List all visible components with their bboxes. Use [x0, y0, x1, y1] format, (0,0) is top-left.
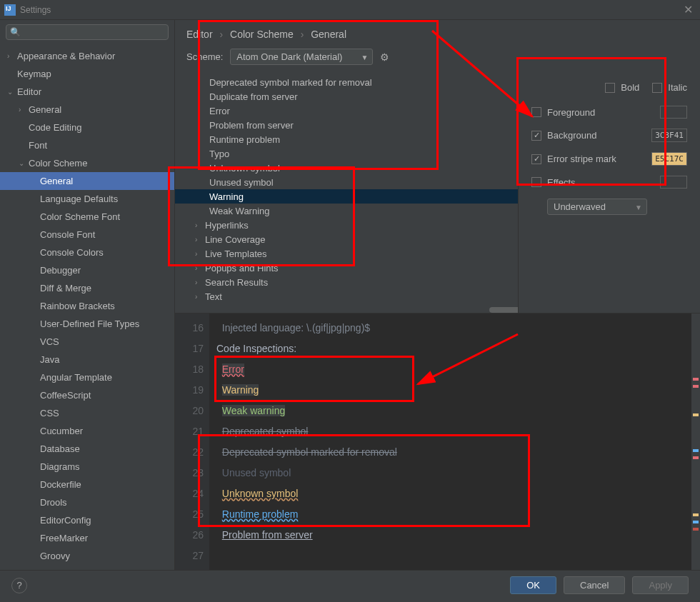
tree-item[interactable]: General — [0, 172, 174, 190]
checkbox-icon — [652, 83, 662, 93]
help-icon[interactable]: ? — [11, 578, 27, 593]
color-hex[interactable]: 3C3F41 — [651, 129, 687, 142]
tree-item[interactable]: FreeMarker — [0, 529, 174, 547]
attribute-item[interactable]: Problem from server — [175, 118, 518, 132]
breadcrumb-item[interactable]: Color Scheme — [230, 29, 294, 40]
search-box: 🔍 — [6, 24, 169, 40]
tree-item[interactable]: Dockerfile — [0, 476, 174, 493]
code-line[interactable]: Injected language: \.(gif|jpg|png)$ — [216, 318, 700, 338]
breadcrumb-item[interactable]: Editor — [186, 29, 213, 40]
scheme-select[interactable]: Atom One Dark (Material) ▼ — [230, 49, 373, 65]
close-icon[interactable]: ✕ — [681, 3, 696, 16]
cancel-button[interactable]: Cancel — [564, 576, 625, 594]
code-line[interactable]: Error — [216, 359, 700, 380]
tree-item[interactable]: Cucumber — [0, 422, 174, 440]
attribute-category[interactable]: ›Popups and Hints — [175, 261, 518, 275]
tree-item[interactable]: Diff & Merge — [0, 279, 174, 297]
background-row[interactable]: Background 3C3F41 — [531, 129, 687, 142]
search-input[interactable] — [6, 24, 169, 40]
scrollbar-thumb[interactable] — [489, 307, 518, 313]
effects-row[interactable]: Effects — [531, 176, 687, 189]
code-line[interactable]: Code Inspections: — [216, 338, 700, 359]
settings-tree[interactable]: ›Appearance & BehaviorKeymap⌄Editor›Gene… — [0, 44, 174, 570]
tree-item[interactable]: Debugger — [0, 261, 174, 279]
code-line[interactable]: Deprecated symbol — [216, 421, 700, 442]
attribute-category[interactable]: ›Hyperlinks — [175, 218, 518, 232]
stripe-label: Error stripe mark — [547, 154, 616, 164]
tree-item[interactable]: EditorConfig — [0, 511, 174, 529]
stripe-mark[interactable] — [693, 456, 699, 459]
tree-item[interactable]: Drools — [0, 493, 174, 511]
stripe-mark[interactable] — [693, 513, 699, 516]
error-stripe[interactable] — [691, 313, 700, 570]
stripe-mark[interactable] — [693, 413, 699, 416]
foreground-label: Foreground — [547, 107, 595, 118]
stripe-mark[interactable] — [693, 449, 699, 452]
line-number: 21 — [175, 421, 204, 442]
stripe-mark[interactable] — [693, 528, 699, 531]
tree-item[interactable]: Console Colors — [0, 244, 174, 261]
attribute-item[interactable]: Runtime problem — [175, 132, 518, 146]
color-hex[interactable]: E5C17C — [651, 152, 687, 166]
tree-item[interactable]: Color Scheme Font — [0, 208, 174, 226]
tree-item[interactable]: Angular Template — [0, 368, 174, 386]
tree-item[interactable]: VCS — [0, 333, 174, 351]
tree-item[interactable]: Keymap — [0, 65, 174, 83]
attribute-item[interactable]: Weak Warning — [175, 204, 518, 218]
attribute-item[interactable]: Typo — [175, 146, 518, 161]
attribute-category[interactable]: ›Text — [175, 289, 518, 303]
attribute-list[interactable]: Deprecated symbol marked for removalDupl… — [175, 72, 518, 313]
tree-item[interactable]: Code Editing — [0, 119, 174, 136]
stripe-mark[interactable] — [693, 521, 699, 523]
attribute-item[interactable]: Unknown symbol — [175, 161, 518, 175]
attribute-category[interactable]: ›Search Results — [175, 275, 518, 289]
attribute-item[interactable]: Warning — [175, 189, 518, 204]
stripe-mark[interactable] — [693, 385, 699, 388]
color-swatch[interactable] — [660, 106, 687, 119]
tree-item[interactable]: CSS — [0, 404, 174, 422]
footer: ? OK Cancel Apply — [0, 570, 700, 600]
tree-item[interactable]: Language Defaults — [0, 190, 174, 208]
tree-item[interactable]: Database — [0, 440, 174, 458]
attribute-item[interactable]: Deprecated symbol marked for removal — [175, 75, 518, 89]
foreground-row[interactable]: Foreground — [531, 106, 687, 119]
stripe-mark[interactable] — [693, 378, 699, 381]
tree-item[interactable]: Groovy — [0, 547, 174, 565]
code-line[interactable]: Unknown symbol — [216, 483, 700, 504]
color-swatch[interactable] — [660, 176, 687, 189]
tree-item[interactable]: Font — [0, 136, 174, 154]
tree-item[interactable]: Console Font — [0, 226, 174, 244]
ok-button[interactable]: OK — [510, 576, 556, 594]
attribute-category[interactable]: ›Line Coverage — [175, 232, 518, 246]
attribute-item[interactable]: Error — [175, 104, 518, 118]
tree-item[interactable]: ›Appearance & Behavior — [0, 47, 174, 65]
code-line[interactable]: Warning — [216, 380, 700, 401]
code-line[interactable]: Runtime problem — [216, 504, 700, 525]
attribute-item[interactable]: Unused symbol — [175, 175, 518, 189]
attribute-category[interactable]: ›Live Templates — [175, 246, 518, 261]
tree-item[interactable]: Diagrams — [0, 458, 174, 476]
apply-button[interactable]: Apply — [632, 576, 689, 594]
tree-item[interactable]: ⌄Color Scheme — [0, 154, 174, 172]
tree-item[interactable]: ›General — [0, 101, 174, 119]
italic-checkbox[interactable]: Italic — [652, 82, 687, 93]
gear-icon[interactable]: ⚙ — [380, 51, 389, 63]
tree-item[interactable]: User-Defined File Types — [0, 315, 174, 333]
tree-item[interactable]: ⌄Editor — [0, 83, 174, 101]
effects-type-select[interactable]: Underwaved ▼ — [547, 199, 647, 215]
bold-checkbox[interactable]: Bold — [605, 82, 639, 93]
code-preview: 161718192021222324252627 Injected langua… — [175, 313, 700, 570]
tree-item[interactable]: Java — [0, 351, 174, 368]
chevron-down-icon: ▼ — [635, 204, 642, 211]
code-line[interactable]: Unused symbol — [216, 463, 700, 483]
code-line[interactable]: Weak warning — [216, 401, 700, 421]
attribute-item[interactable]: Duplicate from server — [175, 89, 518, 104]
code-line[interactable]: Problem from server — [216, 525, 700, 546]
code-line[interactable]: Deprecated symbol marked for removal — [216, 442, 700, 463]
attribute-props: Bold Italic Foreground Background 3C3F41 — [518, 72, 700, 313]
code-area[interactable]: Injected language: \.(gif|jpg|png)$Code … — [209, 313, 700, 570]
tree-item[interactable]: CoffeeScript — [0, 386, 174, 404]
category-label: Live Templates — [205, 249, 266, 259]
tree-item[interactable]: Rainbow Brackets — [0, 297, 174, 315]
stripe-row[interactable]: Error stripe mark E5C17C — [531, 152, 687, 166]
